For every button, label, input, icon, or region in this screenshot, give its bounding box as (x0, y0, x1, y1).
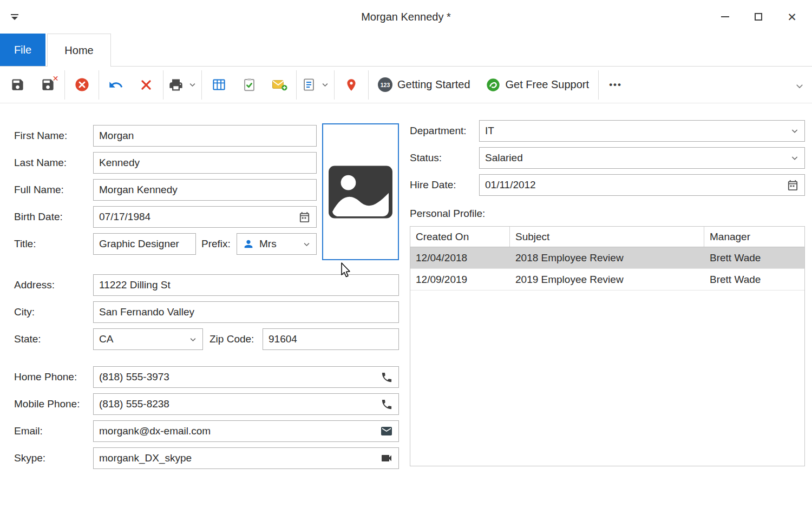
address-input[interactable]: 11222 Dilling St (93, 274, 399, 296)
prefix-combo[interactable]: Mrs (237, 233, 317, 255)
home-phone-value: (818) 555-3973 (99, 371, 169, 383)
tab-file[interactable]: File (0, 34, 45, 66)
notes-button[interactable] (298, 70, 332, 100)
table-row[interactable]: 12/09/2019 2019 Employee Review Brett Wa… (410, 269, 804, 290)
print-button[interactable] (165, 70, 200, 100)
new-email-icon (272, 77, 287, 92)
calendar-icon[interactable] (782, 179, 799, 192)
city-value: San Fernando Valley (99, 306, 194, 318)
cell-subject: 2018 Employee Review (510, 247, 704, 268)
chevron-down-icon (795, 81, 804, 91)
clipboard-check-icon (242, 77, 257, 92)
toolbar-separator (163, 70, 163, 100)
close-button[interactable]: ✕ (775, 0, 809, 34)
delete-button[interactable] (131, 70, 161, 100)
last-name-label: Last Name: (14, 152, 67, 174)
chevron-down-icon (786, 154, 799, 162)
title-input[interactable]: Graphic Designer (93, 233, 196, 255)
toolbar-separator (296, 70, 297, 100)
new-email-button[interactable] (264, 70, 294, 100)
toolbar-separator (334, 70, 335, 100)
delete-icon (139, 78, 153, 92)
chevron-down-icon (298, 240, 311, 248)
hire-date-label: Hire Date: (410, 174, 456, 196)
department-combo[interactable]: IT (479, 120, 805, 142)
zip-value: 91604 (269, 333, 297, 345)
chevron-down-icon (321, 81, 329, 89)
department-label: Department: (410, 120, 467, 142)
cancel-icon (74, 77, 90, 93)
chevron-down-icon (185, 335, 197, 344)
skype-value: morgank_DX_skype (99, 452, 192, 464)
tasks-button[interactable] (234, 70, 264, 100)
cancel-button[interactable] (67, 70, 97, 100)
chevron-down-icon (786, 127, 799, 135)
hire-date-input[interactable]: 01/11/2012 (479, 174, 805, 196)
envelope-icon[interactable] (376, 425, 393, 438)
ellipsis-icon: ••• (609, 80, 622, 90)
calendar-icon[interactable] (294, 211, 311, 223)
email-input[interactable]: morgank@dx-email.com (93, 420, 399, 442)
full-name-value: Morgan Kennedy (99, 184, 178, 196)
image-placeholder-icon (326, 164, 395, 220)
minimize-button[interactable] (708, 0, 742, 34)
column-header-subject[interactable]: Subject (510, 227, 704, 247)
employee-picture-box[interactable] (322, 123, 399, 260)
save-and-close-button[interactable]: ✕ (32, 70, 63, 100)
get-free-support-button[interactable]: Get Free Support (478, 70, 597, 100)
toolbar-separator (64, 70, 65, 100)
full-name-input[interactable]: Morgan Kennedy (93, 179, 317, 201)
table-row[interactable]: 12/04/2018 2018 Employee Review Brett Wa… (410, 247, 804, 269)
map-button[interactable] (336, 70, 366, 100)
birth-date-input[interactable]: 07/17/1984 (93, 206, 317, 228)
city-label: City: (14, 301, 35, 323)
undo-button[interactable] (101, 70, 131, 100)
phone-icon[interactable] (376, 371, 393, 384)
getting-started-label: Getting Started (397, 78, 470, 91)
ribbon-collapse-button[interactable] (795, 81, 804, 93)
more-commands-button[interactable]: ••• (600, 70, 631, 100)
window-title: Morgan Kennedy * (0, 0, 812, 34)
cell-manager: Brett Wade (704, 269, 804, 290)
home-phone-input[interactable]: (818) 555-3973 (93, 366, 399, 388)
birth-date-value: 07/17/1984 (99, 211, 150, 223)
title-value: Graphic Designer (99, 238, 179, 250)
last-name-input[interactable]: Kennedy (93, 152, 317, 174)
undo-icon (108, 77, 123, 93)
status-value: Salaried (485, 152, 523, 164)
mobile-phone-input[interactable]: (818) 555-8238 (93, 393, 399, 415)
email-value: morgank@dx-email.com (99, 425, 211, 437)
cell-manager: Brett Wade (704, 247, 804, 268)
notes-list-icon (302, 77, 316, 92)
title-bar: Morgan Kennedy * ✕ (0, 0, 812, 34)
table-header: Created On Subject Manager (410, 227, 804, 247)
getting-started-button[interactable]: 123 Getting Started (370, 70, 478, 100)
tab-home[interactable]: Home (47, 34, 111, 67)
column-header-created-on[interactable]: Created On (410, 227, 510, 247)
video-camera-icon[interactable] (376, 452, 393, 465)
minimize-icon (721, 16, 729, 17)
email-label: Email: (14, 420, 43, 442)
personal-profile-label: Personal Profile: (410, 204, 485, 223)
ribbon-tabstrip: File Home (0, 34, 812, 67)
first-name-input[interactable]: Morgan (93, 125, 317, 147)
badge-123-icon: 123 (378, 77, 392, 92)
toolbar-separator (201, 70, 202, 100)
status-label: Status: (410, 147, 442, 169)
cell-created-on: 12/04/2018 (410, 247, 510, 268)
maximize-button[interactable] (742, 0, 775, 34)
state-combo[interactable]: CA (93, 328, 203, 350)
skype-label: Skype: (14, 447, 45, 469)
close-icon: ✕ (787, 11, 797, 23)
column-header-manager[interactable]: Manager (704, 227, 804, 247)
support-icon (486, 77, 501, 93)
save-button[interactable] (2, 70, 32, 100)
status-combo[interactable]: Salaried (479, 147, 805, 169)
card-view-button[interactable] (204, 70, 234, 100)
phone-icon[interactable] (376, 398, 393, 411)
skype-input[interactable]: morgank_DX_skype (93, 447, 399, 469)
zip-input[interactable]: 91604 (263, 328, 399, 350)
maximize-icon (755, 13, 762, 21)
city-input[interactable]: San Fernando Valley (93, 301, 399, 323)
hire-date-value: 01/11/2012 (485, 179, 536, 191)
